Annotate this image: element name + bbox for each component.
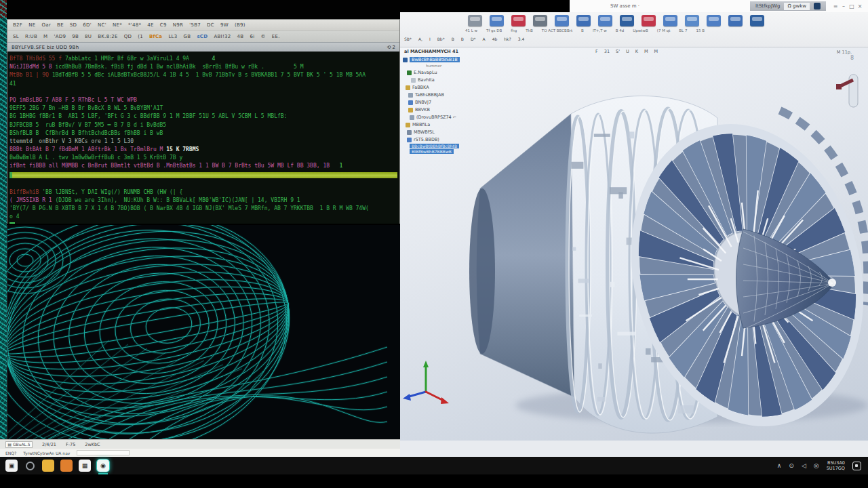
ribbon-icon-views[interactable] xyxy=(728,15,743,26)
notification-center-icon[interactable] xyxy=(852,462,861,470)
ribbon-icon-appearance[interactable] xyxy=(685,15,699,26)
terminal-toolbar-item[interactable]: 9B xyxy=(72,34,79,39)
taskbar-icon-app-orange[interactable] xyxy=(60,460,73,472)
ribbon-small-button[interactable]: 4b xyxy=(492,37,498,41)
ribbon-icon-interference[interactable] xyxy=(642,15,656,26)
ribbon-small-button[interactable]: Bb* xyxy=(437,37,445,41)
tray-icon-0[interactable]: ∧ xyxy=(777,462,782,469)
ribbon-small-button[interactable]: D* xyxy=(471,37,476,41)
cad-viewport[interactable]: F31S'UKMM M 11p. al MACHHAMMYCH 41 BwBcB… xyxy=(400,47,868,441)
ribbon-label: 15 B xyxy=(696,28,705,33)
window-control-button[interactable]: □ xyxy=(848,3,856,9)
cad-logo-icon xyxy=(814,3,821,9)
window-control-button[interactable]: × xyxy=(856,3,864,9)
taskbar-icon-app-yellow[interactable] xyxy=(42,460,54,472)
taskbar-icon-browser[interactable] xyxy=(24,460,36,472)
cad-brand-label: ItStfkpJWg xyxy=(755,3,780,9)
terminal-toolbar-item[interactable]: LL3 xyxy=(168,34,177,39)
taskbar-clock[interactable]: B5U3A0 5U17GQ xyxy=(827,460,845,471)
ribbon-icon-section[interactable] xyxy=(663,15,677,26)
terminal-menu-item[interactable]: C9 xyxy=(160,22,167,28)
terminal-output[interactable]: BfT8 THiBdS 55 f 7abbLatc 1 HMBr Bf 6Br … xyxy=(7,52,399,224)
taskbar-icon-app-active[interactable]: ◉ xyxy=(97,460,109,472)
ribbon-icon-move[interactable] xyxy=(576,15,591,26)
terminal-toolbar-item[interactable]: R:UB xyxy=(25,34,37,39)
terminal-menu-item[interactable]: NC' xyxy=(98,22,106,28)
terminal-window: B2FNEOarBESD6D'NC'NE**'48*4EC9N9R'5B7DC9… xyxy=(7,19,400,224)
tray-icon-1[interactable]: ⊙ xyxy=(789,462,794,469)
ribbon-small-button[interactable]: I xyxy=(429,37,431,41)
ribbon-icon-assembly[interactable] xyxy=(598,15,612,26)
terminal-line: MtBb B1 | 9Q 1BdTdBfB 5 5 dBc iALBdBTxBc… xyxy=(9,71,397,79)
taskbar-icon-app-grid[interactable]: ▦ xyxy=(79,460,91,472)
ribbon-icon-evaluate[interactable] xyxy=(620,15,634,26)
engine-model[interactable]: 8 xyxy=(400,47,868,441)
ribbon-small-button[interactable]: A xyxy=(483,37,486,41)
tray-icon-3[interactable]: ◎ xyxy=(814,462,819,469)
terminal-menu-item[interactable]: NE* xyxy=(113,22,122,28)
terminal-toolbar-item[interactable]: sCD xyxy=(197,34,208,39)
cad-search-input[interactable]: Ω gwkw xyxy=(784,3,810,10)
cad-search-bar[interactable]: ItStfkpJWg Ω gwkw xyxy=(750,1,826,11)
terminal-menu-item[interactable]: NE xyxy=(28,22,35,28)
terminal-toolbar-item[interactable]: BfCa xyxy=(149,34,162,39)
terminal-menu-item[interactable]: B2F xyxy=(13,22,22,28)
ribbon-small-button[interactable]: A, xyxy=(418,37,422,41)
ribbon-icon-tools[interactable] xyxy=(750,15,764,26)
ribbon-small-button[interactable]: B xyxy=(452,37,454,41)
ribbon-icon-mate[interactable] xyxy=(511,15,526,26)
terminal-toolbar-item[interactable]: (1 xyxy=(138,34,143,39)
ribbon-small-button[interactable]: hk? xyxy=(504,37,511,41)
terminal-toolbar-item[interactable]: 4B xyxy=(237,34,244,39)
terminal-toolbar-item[interactable]: SL xyxy=(13,34,19,39)
ribbon-small-button[interactable]: 3.4 xyxy=(518,37,525,41)
terminal-toolbar-item[interactable]: © xyxy=(260,34,265,39)
terminal-toolbar-item[interactable]: EE. xyxy=(272,34,280,39)
terminal-menu-item[interactable]: DC xyxy=(207,22,214,28)
terminal-toolbar-item[interactable]: M xyxy=(43,34,47,39)
viewport-tool-icon[interactable]: 8 xyxy=(836,55,858,107)
terminal-menu-item[interactable]: SD xyxy=(70,22,77,28)
terminal-menu-item[interactable]: (B9) xyxy=(235,22,245,28)
ribbon-icon-sketch[interactable] xyxy=(468,15,482,26)
ribbon-label: Tf gs DB xyxy=(486,28,502,33)
orientation-triad xyxy=(403,361,449,404)
window-control-button[interactable]: – xyxy=(840,3,848,9)
window-control-button[interactable]: ≡ xyxy=(831,3,840,9)
ribbon-label: TO ACT BBCBBrt xyxy=(542,28,572,33)
terminal-menu-item[interactable]: 6D' xyxy=(83,22,92,28)
terminal-menu-item[interactable]: '5B7 xyxy=(189,22,201,28)
ribbon-icon-pattern[interactable] xyxy=(555,15,569,26)
terminal-toolbar-item[interactable]: QD xyxy=(124,34,132,39)
ribbon-label: ThB xyxy=(526,28,533,33)
terminal-toolbar-item[interactable]: 6i xyxy=(250,34,254,39)
terminal-toolbar-item[interactable]: 'AD9 xyxy=(54,34,66,39)
status-chip[interactable]: ▤ GBuAL.5 xyxy=(5,441,33,448)
terminal-menu-item[interactable]: Oar xyxy=(41,22,51,28)
terminal-menu-item[interactable]: BE xyxy=(57,22,64,28)
ribbon-icon-features[interactable] xyxy=(490,15,504,26)
terminal-toolbar-item[interactable]: 8U xyxy=(85,34,92,39)
terminal-toolbar-item[interactable]: ABI!32 xyxy=(214,34,231,39)
terminal-line xyxy=(9,222,397,224)
terminal-toolbar-item[interactable]: GB xyxy=(184,34,191,39)
cad-window: SW asse m · ItStfkpJWg Ω gwkw ≡–□× 41 L … xyxy=(400,0,868,457)
status-token: F-75 xyxy=(66,442,75,447)
ribbon-icon-drawing[interactable] xyxy=(707,15,721,26)
terminal-tab[interactable]: BBYLFVB.SFE biz UDD 9Bh xyxy=(12,45,79,50)
taskbar: ▣▦◉ ∧⊙◁◎ B5U3A0 5U17GQ xyxy=(0,457,868,474)
ribbon-small-button[interactable]: B xyxy=(461,37,464,41)
terminal-menu-item[interactable]: 4E xyxy=(147,22,153,28)
terminal-toolbar-item[interactable]: BK.8:2E xyxy=(98,34,117,39)
terminal-menu-item[interactable]: *'48* xyxy=(128,22,141,28)
terminal-menubar: B2FNEOarBESD6D'NC'NE**'48*4EC9N9R'5B7DC9… xyxy=(7,20,399,30)
ribbon-icon-component[interactable] xyxy=(533,15,547,26)
wireframe-viewer-window[interactable] xyxy=(7,225,400,439)
terminal-menu-item[interactable]: 9W xyxy=(220,22,229,28)
terminal-refresh-icon[interactable]: ⟲ 2 xyxy=(387,45,395,50)
ribbon-small-button[interactable]: SB* xyxy=(404,37,412,41)
tray-icon-2[interactable]: ◁ xyxy=(802,462,806,469)
terminal-menu-item[interactable]: N9R xyxy=(173,22,183,28)
taskbar-icon-explorer[interactable]: ▣ xyxy=(5,460,18,472)
terminal-line: BBBt BtBAt B 7 fBdBmM 1 ABftrBk 1 Bs TrB… xyxy=(9,146,397,154)
